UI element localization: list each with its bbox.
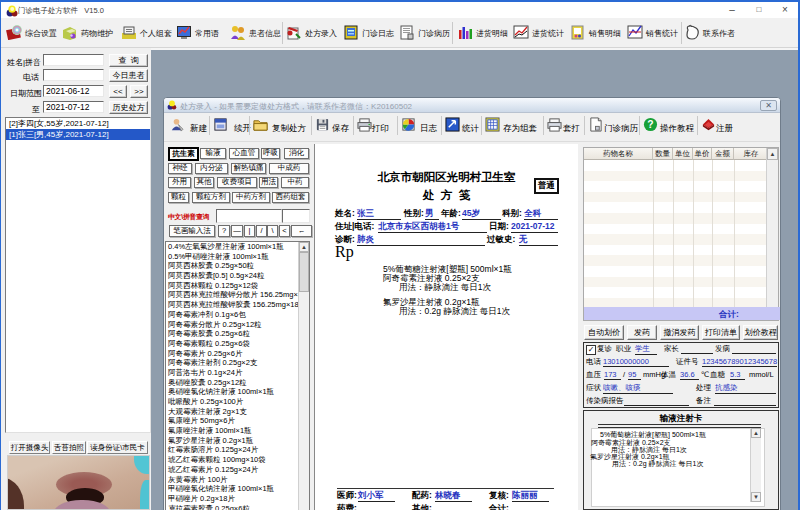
svg-text:?: ?	[647, 119, 653, 130]
